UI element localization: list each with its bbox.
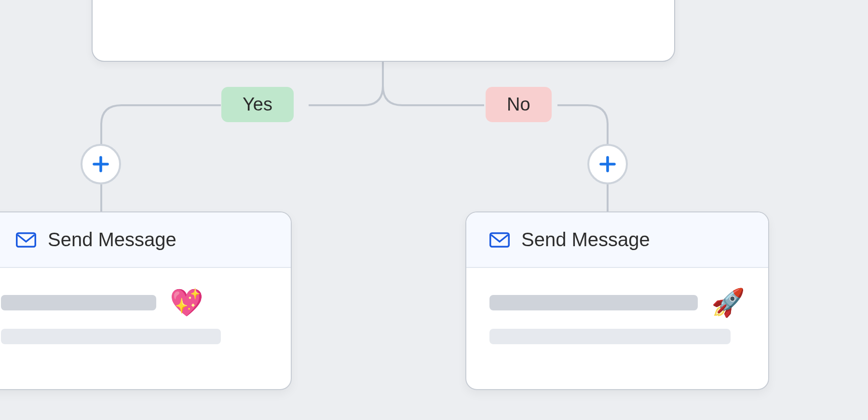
heart-sparkle-emoji: 💖: [170, 289, 203, 316]
parent-node[interactable]: [92, 0, 675, 62]
card-body: 🚀: [466, 268, 768, 371]
branch-label-yes: Yes: [243, 94, 272, 114]
branch-label-no: No: [507, 94, 530, 114]
card-title: Send Message: [521, 229, 650, 251]
message-placeholder-line: [489, 329, 731, 344]
action-card-send-message-yes[interactable]: Send Message 💖: [0, 211, 292, 390]
rocket-emoji: 🚀: [711, 289, 745, 316]
plus-icon: [597, 154, 618, 174]
card-header: Send Message: [466, 212, 768, 268]
card-body: 💖: [0, 268, 291, 371]
message-placeholder-line: [1, 329, 221, 344]
add-step-button-yes[interactable]: [81, 144, 121, 184]
branch-chip-yes[interactable]: Yes: [221, 87, 294, 122]
card-header: Send Message: [0, 212, 291, 268]
mail-icon: [489, 232, 510, 248]
plus-icon: [91, 154, 111, 174]
add-step-button-no[interactable]: [587, 144, 628, 184]
svg-rect-0: [17, 233, 36, 247]
flow-canvas[interactable]: Yes No Send Message 💖: [0, 0, 868, 420]
message-placeholder-line: [1, 295, 156, 310]
message-placeholder-line: [489, 295, 698, 310]
branch-chip-no[interactable]: No: [486, 87, 552, 122]
action-card-send-message-no[interactable]: Send Message 🚀: [465, 211, 769, 390]
mail-icon: [16, 232, 36, 248]
svg-rect-1: [490, 233, 509, 247]
card-title: Send Message: [48, 229, 176, 251]
